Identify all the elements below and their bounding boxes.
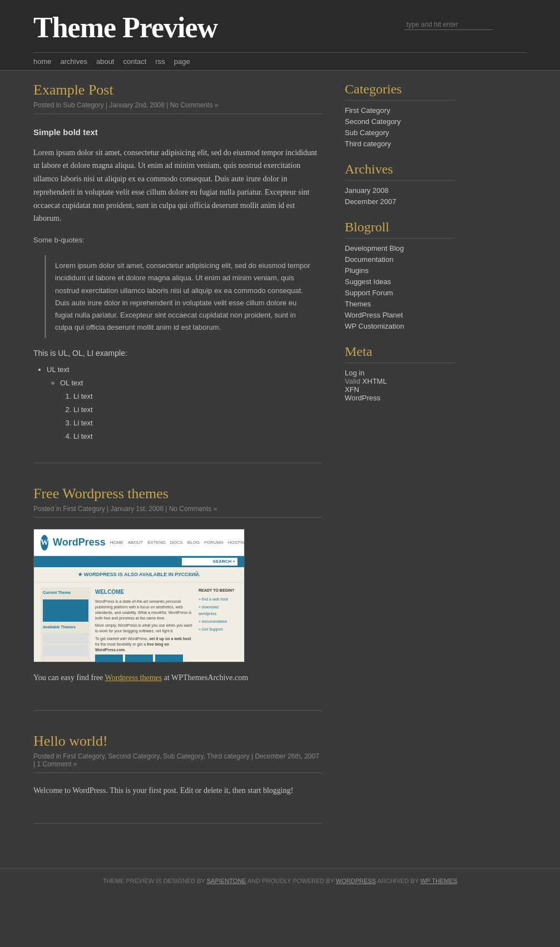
archives-list: January 2008 December 2007 bbox=[345, 186, 456, 206]
list-item: First Category bbox=[345, 106, 456, 115]
category-second[interactable]: Second Category bbox=[345, 117, 400, 126]
list-item: UL text bbox=[47, 364, 323, 376]
blogroll-themes[interactable]: Themes bbox=[345, 300, 371, 308]
blogroll-wp-custom[interactable]: WP Customization bbox=[345, 322, 404, 330]
categories-list: First Category Second Category Sub Categ… bbox=[345, 106, 456, 148]
list-item: Li text bbox=[73, 390, 323, 403]
archive-jan-2008[interactable]: January 2008 bbox=[345, 186, 389, 195]
footer-wp-themes-link[interactable]: WP THEMES bbox=[420, 877, 457, 884]
nav-item-rss[interactable]: rss bbox=[155, 53, 174, 70]
list-item: OL text bbox=[60, 377, 323, 389]
post-title-example: Example Post bbox=[33, 82, 323, 98]
meta-wordpress-link[interactable]: WordPress bbox=[345, 394, 380, 402]
category-first[interactable]: First Category bbox=[345, 106, 390, 115]
blogroll-dev[interactable]: Development Blog bbox=[345, 244, 404, 252]
post-title-free-wp: Free Wordpress themes bbox=[33, 485, 323, 502]
blogroll-wp-planet[interactable]: WordPress Planet bbox=[345, 311, 403, 319]
post-content-hello-world: Welcome to WordPress. This is your first… bbox=[33, 784, 323, 797]
search-form[interactable] bbox=[404, 19, 493, 30]
list-item: WP Customization bbox=[345, 322, 456, 331]
nav-item-page[interactable]: page bbox=[174, 53, 199, 70]
footer-text-after: ARCHIVED BY bbox=[377, 877, 418, 884]
footer-text-middle: AND PROUDLY POWERED BY bbox=[247, 877, 334, 884]
list-item: Li text bbox=[73, 430, 323, 443]
blogroll-suggest[interactable]: Suggest Ideas bbox=[345, 277, 391, 286]
list-item: Support Forum bbox=[345, 289, 456, 298]
list-item: Li text bbox=[73, 417, 323, 429]
bquote-label: Some b-quotes: bbox=[33, 234, 323, 246]
main-content: Example Post Posted in Sub Category | Ja… bbox=[33, 82, 345, 846]
post-blockquote: Lorem ipsum dolor sit amet, consectetur … bbox=[44, 255, 323, 338]
category-sub[interactable]: Sub Category bbox=[345, 128, 389, 137]
sidebar-blogroll-title: Blogroll bbox=[345, 220, 456, 239]
category-third[interactable]: Third category bbox=[345, 140, 391, 148]
list-item: Sub Category bbox=[345, 128, 456, 137]
ul-label: This is UL, OL, LI example: bbox=[33, 347, 323, 360]
free-wp-paragraph: You can easy find free Wordpress themes … bbox=[33, 671, 323, 685]
post-title-link-example[interactable]: Example Post bbox=[33, 82, 113, 98]
sidebar-archives-title: Archives bbox=[345, 162, 456, 181]
wp-logo-circle: W bbox=[41, 535, 48, 551]
post-meta-hello-world: Posted in First Category, Second Categor… bbox=[33, 752, 323, 773]
blogroll-plugins[interactable]: Plugins bbox=[345, 266, 369, 275]
nav-item-home[interactable]: home bbox=[33, 53, 61, 70]
wordpress-screenshot: W WordPress HOME ABOUT EXTEND DOCS BLOG … bbox=[33, 529, 245, 662]
ul-section: This is UL, OL, LI example: UL text OL t… bbox=[33, 347, 323, 443]
sidebar: Categories First Category Second Categor… bbox=[345, 82, 456, 846]
list-item: December 2007 bbox=[345, 197, 456, 206]
footer-text-before: THEME PREVIEW IS DESIGNED BY bbox=[103, 877, 205, 884]
post-content-example: Simple bold text Lorem ipsum dolor sit a… bbox=[33, 125, 323, 443]
main-nav: homearchivesaboutcontactrsspage bbox=[33, 52, 527, 70]
post-meta-free-wp: Posted in First Category | January 1st, … bbox=[33, 505, 323, 518]
footer-wordpress-link[interactable]: WORDPRESS bbox=[336, 877, 376, 884]
meta-xhtml-link[interactable]: XHTML bbox=[363, 377, 387, 385]
list-item: Li text bbox=[73, 404, 323, 416]
wordpress-themes-link[interactable]: Wordpress themes bbox=[105, 673, 162, 682]
list-item: Documentation bbox=[345, 255, 456, 264]
post-title-link-hello[interactable]: Hello world! bbox=[33, 733, 108, 749]
list-item: Suggest Ideas bbox=[345, 277, 456, 286]
hello-world-paragraph: Welcome to WordPress. This is your first… bbox=[33, 784, 323, 797]
wp-logo-text: WordPress bbox=[53, 534, 106, 551]
footer: THEME PREVIEW IS DESIGNED BY SAPIENTONE … bbox=[0, 868, 560, 893]
list-item: WordPress Planet bbox=[345, 311, 456, 320]
sidebar-meta: Meta Log in Valid XHTML XFN WordPress bbox=[345, 344, 456, 402]
blogroll-list: Development Blog Documentation Plugins S… bbox=[345, 244, 456, 331]
list-item: Plugins bbox=[345, 266, 456, 275]
list-item: Second Category bbox=[345, 117, 456, 126]
sidebar-blogroll: Blogroll Development Blog Documentation … bbox=[345, 220, 456, 331]
search-input[interactable] bbox=[404, 19, 493, 30]
footer-sapientone-link[interactable]: SAPIENTONE bbox=[207, 877, 246, 884]
nav-item-about[interactable]: about bbox=[96, 53, 123, 70]
meta-valid-label: Valid bbox=[345, 377, 360, 385]
meta-links: Log in Valid XHTML XFN WordPress bbox=[345, 369, 456, 402]
nav-item-archives[interactable]: archives bbox=[61, 53, 96, 70]
list-item: January 2008 bbox=[345, 186, 456, 195]
meta-xfn-link[interactable]: XFN bbox=[345, 385, 359, 394]
post-free-wp: Free Wordpress themes Posted in First Ca… bbox=[33, 485, 323, 711]
nav-item-contact[interactable]: contact bbox=[123, 53, 156, 70]
blogroll-docs[interactable]: Documentation bbox=[345, 255, 393, 264]
sidebar-categories: Categories First Category Second Categor… bbox=[345, 82, 456, 148]
sidebar-archives: Archives January 2008 December 2007 bbox=[345, 162, 456, 206]
post-bold-heading: Simple bold text bbox=[33, 125, 323, 140]
post-hello-world: Hello world! Posted in First Category, S… bbox=[33, 733, 323, 824]
list-item: Development Blog bbox=[345, 244, 456, 253]
list-item: Themes bbox=[345, 300, 456, 309]
post-title-link-free-wp[interactable]: Free Wordpress themes bbox=[33, 485, 169, 502]
post-meta-example: Posted in Sub Category | January 2nd, 20… bbox=[33, 101, 323, 114]
post-paragraph1: Lorem ipsum dolor sit amet, consectetur … bbox=[33, 146, 323, 226]
blogroll-support[interactable]: Support Forum bbox=[345, 289, 393, 297]
site-title: Theme Preview bbox=[33, 11, 527, 49]
sidebar-categories-title: Categories bbox=[345, 82, 456, 101]
archive-dec-2007[interactable]: December 2007 bbox=[345, 197, 397, 206]
meta-login[interactable]: Log in bbox=[345, 369, 364, 377]
post-content-free-wp: W WordPress HOME ABOUT EXTEND DOCS BLOG … bbox=[33, 529, 323, 685]
post-title-hello-world: Hello world! bbox=[33, 733, 323, 750]
post-example: Example Post Posted in Sub Category | Ja… bbox=[33, 82, 323, 463]
list-item: Third category bbox=[345, 140, 456, 148]
sidebar-meta-title: Meta bbox=[345, 344, 456, 363]
